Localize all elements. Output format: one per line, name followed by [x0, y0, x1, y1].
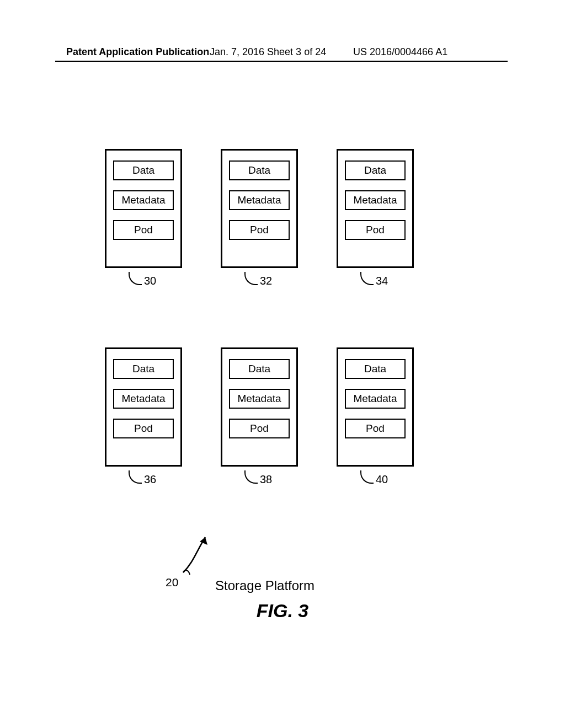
reference-30: 30	[129, 275, 156, 287]
pod-row-top: Data Metadata Pod 30 Data Metadata Pod 3…	[105, 149, 414, 268]
data-block: Data	[113, 160, 174, 180]
pod-block: Pod	[229, 220, 290, 240]
data-block: Data	[229, 359, 290, 379]
pod-container-30: Data Metadata Pod 30	[105, 149, 182, 268]
reference-number: 40	[376, 473, 388, 486]
leader-line-icon	[129, 470, 142, 484]
header-publication-type: Patent Application Publication	[66, 46, 209, 58]
header-publication-number: US 2016/0004466 A1	[353, 46, 447, 58]
leader-line-icon	[244, 272, 258, 285]
patent-figure-page: Patent Application Publication Jan. 7, 2…	[0, 0, 565, 728]
leader-line-icon	[360, 470, 374, 484]
reference-number: 34	[376, 275, 388, 287]
data-block: Data	[345, 359, 406, 379]
metadata-block: Metadata	[229, 389, 290, 409]
pod-container-32: Data Metadata Pod 32	[221, 149, 298, 268]
pod-block: Pod	[113, 220, 174, 240]
reference-34: 34	[360, 275, 388, 287]
leader-line-icon	[244, 470, 258, 484]
pod-container-38: Data Metadata Pod 38	[221, 347, 298, 467]
leader-line-icon	[360, 272, 374, 285]
pod-block: Pod	[229, 419, 290, 438]
reference-number: 36	[144, 473, 156, 486]
header-date-sheet: Jan. 7, 2016 Sheet 3 of 24	[210, 46, 326, 58]
reference-number: 32	[260, 275, 272, 287]
pod-block: Pod	[345, 419, 406, 438]
reference-number: 30	[144, 275, 156, 287]
reference-number: 38	[260, 473, 272, 486]
platform-arrow-icon	[177, 529, 221, 579]
metadata-block: Metadata	[113, 190, 174, 210]
data-block: Data	[345, 160, 406, 180]
reference-36: 36	[129, 473, 156, 486]
data-block: Data	[113, 359, 174, 379]
reference-32: 32	[244, 275, 272, 287]
pod-container-40: Data Metadata Pod 40	[337, 347, 414, 467]
pod-container-34: Data Metadata Pod 34	[337, 149, 414, 268]
metadata-block: Metadata	[345, 389, 406, 409]
leader-line-icon	[129, 272, 142, 285]
data-block: Data	[229, 160, 290, 180]
pod-block: Pod	[113, 419, 174, 438]
metadata-block: Metadata	[345, 190, 406, 210]
pod-row-bottom: Data Metadata Pod 36 Data Metadata Pod 3…	[105, 347, 414, 467]
metadata-block: Metadata	[229, 190, 290, 210]
reference-40: 40	[360, 473, 388, 486]
reference-38: 38	[244, 473, 272, 486]
storage-platform-label: Storage Platform	[215, 578, 315, 593]
pod-container-36: Data Metadata Pod 36	[105, 347, 182, 467]
pod-block: Pod	[345, 220, 406, 240]
header-divider	[55, 61, 508, 62]
reference-20: 20	[166, 576, 178, 589]
metadata-block: Metadata	[113, 389, 174, 409]
figure-number: FIG. 3	[0, 600, 565, 622]
